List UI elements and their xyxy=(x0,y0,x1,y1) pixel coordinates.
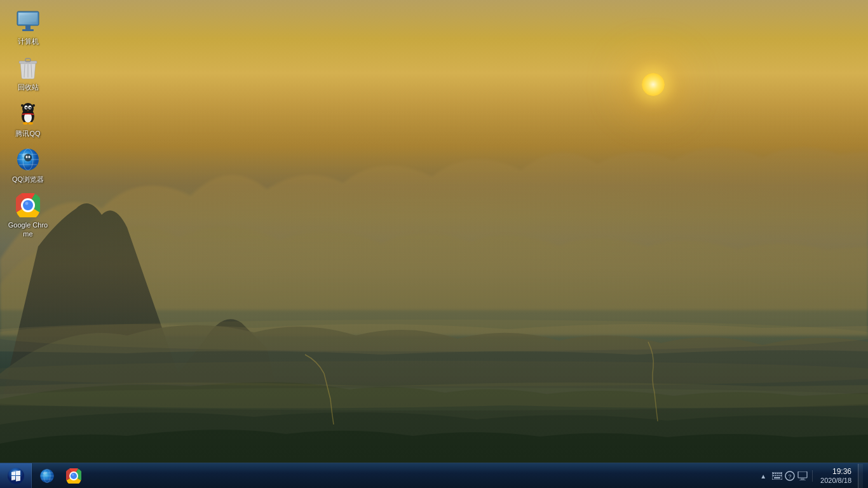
svg-rect-7 xyxy=(25,25,31,29)
desktop-icon-qq[interactable]: 腾讯QQ xyxy=(5,98,51,140)
svg-text:?: ? xyxy=(789,473,792,480)
chrome-icon-image xyxy=(15,193,41,218)
landscape-svg xyxy=(0,132,868,463)
svg-rect-58 xyxy=(775,475,776,477)
svg-rect-57 xyxy=(773,475,774,477)
tray-keyboard-icon[interactable] xyxy=(771,470,783,482)
desktop-icon-qq-browser[interactable]: QQ浏览器 xyxy=(5,144,51,186)
svg-point-20 xyxy=(25,107,27,109)
qq-browser-icon-label: QQ浏览器 xyxy=(12,175,44,184)
desktop-icon-google-chrome[interactable]: Google Chrome xyxy=(5,190,51,241)
recycle-bin-icon-image xyxy=(15,55,41,80)
svg-rect-67 xyxy=(799,480,806,480)
system-tray: ▲ xyxy=(754,463,868,488)
svg-rect-14 xyxy=(25,58,31,62)
qq-icon-image xyxy=(15,101,41,126)
svg-rect-8 xyxy=(22,29,34,31)
svg-point-21 xyxy=(29,107,31,109)
svg-point-27 xyxy=(28,122,33,125)
svg-point-38 xyxy=(23,200,33,210)
tray-display-icon[interactable] xyxy=(797,470,808,482)
tray-help-icon[interactable]: ? xyxy=(784,470,796,482)
svg-point-25 xyxy=(32,104,35,107)
show-desktop-button[interactable] xyxy=(858,464,863,488)
svg-point-39 xyxy=(25,202,29,205)
tray-expand-button[interactable]: ▲ xyxy=(759,471,768,481)
svg-point-23 xyxy=(31,107,31,107)
svg-point-22 xyxy=(27,107,27,107)
taskbar: ▲ xyxy=(0,463,868,488)
taskbar-icon-chrome[interactable] xyxy=(61,464,86,488)
desktop-icon-computer[interactable]: 计算机 xyxy=(5,6,51,48)
svg-rect-66 xyxy=(801,478,804,480)
svg-rect-62 xyxy=(774,477,780,478)
svg-rect-61 xyxy=(780,475,782,477)
svg-rect-59 xyxy=(776,475,778,477)
svg-point-34 xyxy=(24,154,32,161)
clock-date: 2020/8/18 xyxy=(820,477,851,485)
system-clock[interactable]: 19:36 2020/8/18 xyxy=(818,467,854,485)
start-button[interactable] xyxy=(0,463,32,489)
svg-rect-52 xyxy=(773,473,774,474)
svg-point-1 xyxy=(0,320,868,351)
svg-point-26 xyxy=(23,122,28,125)
sun xyxy=(642,73,665,96)
svg-rect-0 xyxy=(0,132,868,463)
svg-point-36 xyxy=(29,156,31,158)
recycle-bin-icon-label: 回收站 xyxy=(18,83,39,92)
taskbar-icon-qq-browser[interactable] xyxy=(34,464,60,488)
svg-rect-53 xyxy=(775,473,776,474)
computer-icon-image xyxy=(15,9,41,34)
svg-rect-9 xyxy=(20,15,36,22)
desktop-icons-container: 计算机 回收站 xyxy=(5,6,51,241)
svg-point-50 xyxy=(72,473,74,475)
svg-rect-56 xyxy=(780,473,782,474)
computer-icon-label: 计算机 xyxy=(18,37,39,46)
chrome-icon-label: Google Chrome xyxy=(8,220,48,239)
clock-time: 19:36 xyxy=(832,467,851,476)
qq-browser-icon-image xyxy=(15,147,41,172)
tray-system-icons: ? xyxy=(771,470,813,482)
desktop: 计算机 回收站 xyxy=(0,0,868,488)
svg-point-35 xyxy=(26,156,28,158)
qq-icon-label: 腾讯QQ xyxy=(15,129,40,138)
svg-point-24 xyxy=(21,104,24,107)
taskbar-pinned-icons xyxy=(32,463,89,489)
svg-rect-65 xyxy=(798,471,807,478)
svg-rect-60 xyxy=(778,475,780,477)
svg-point-3 xyxy=(0,388,868,410)
svg-point-17 xyxy=(22,103,34,114)
svg-point-2 xyxy=(0,361,868,386)
desktop-icon-recycle-bin[interactable]: 回收站 xyxy=(5,52,51,94)
svg-point-41 xyxy=(11,470,20,475)
svg-rect-55 xyxy=(778,473,780,474)
svg-rect-54 xyxy=(776,473,778,474)
svg-point-49 xyxy=(71,472,77,478)
